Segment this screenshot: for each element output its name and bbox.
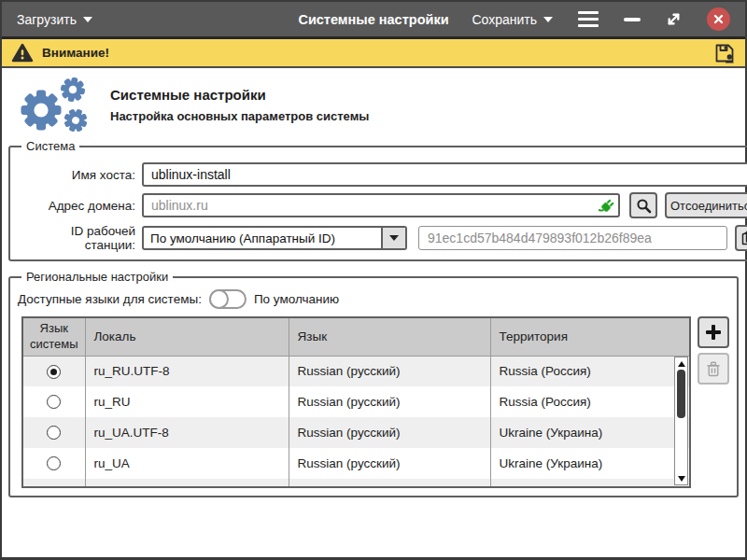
col-header-locale: Локаль [85, 318, 289, 356]
app-window: Загрузить Системные настройки Сохранить [0, 0, 747, 560]
page-title: Системные настройки [110, 87, 369, 103]
available-languages-label: Доступные языки для системы: [18, 292, 202, 306]
system-language-radio[interactable] [47, 426, 61, 440]
domain-search-button[interactable] [629, 192, 657, 218]
locale-row[interactable]: ru_UA Russian (русский) Ukraine (Украина… [23, 448, 689, 479]
locale-cell: ru_RU.UTF-8 [85, 356, 289, 386]
content-spacer [2, 506, 745, 557]
close-icon [713, 14, 724, 24]
gears-icon [13, 76, 95, 133]
locale-cell: ru_UA.UTF-8 [85, 417, 289, 448]
disconnect-button[interactable]: Отсоединиться [665, 192, 747, 218]
col-header-territory: Территория [490, 318, 689, 356]
system-language-radio[interactable] [47, 395, 61, 409]
chevron-down-icon [389, 235, 399, 241]
language-cell: Russian (русский) [289, 417, 490, 448]
save-menu-label: Сохранить [472, 12, 537, 27]
locale-row-partial [23, 479, 689, 488]
delete-locale-button[interactable] [698, 353, 729, 385]
chevron-down-icon [83, 17, 92, 22]
save-menu-button[interactable]: Сохранить [472, 12, 553, 27]
titlebar: Загрузить Системные настройки Сохранить [2, 2, 745, 39]
load-menu-label: Загрузить [17, 12, 77, 27]
hamburger-icon [578, 11, 599, 28]
domain-input[interactable] [142, 193, 620, 217]
search-icon [636, 198, 652, 214]
triangle-up-icon [678, 361, 685, 367]
regional-section-legend: Региональные настройки [21, 270, 173, 284]
locales-table: Язык системы Локаль Язык Территория ru_R… [23, 318, 689, 488]
locale-row[interactable]: ru_UA.UTF-8 Russian (русский) Ukraine (У… [23, 417, 689, 448]
col-header-system-language: Язык системы [23, 318, 85, 356]
scrollbar-thumb[interactable] [677, 370, 685, 418]
maximize-button[interactable] [666, 11, 682, 27]
table-header-row: Язык системы Локаль Язык Территория [23, 318, 689, 356]
territory-cell: Russia (Россия) [490, 356, 689, 386]
table-scrollbar[interactable] [674, 357, 688, 485]
domain-row: Адрес домена: [18, 192, 747, 218]
hostname-row: Имя хоста: [18, 162, 747, 187]
workstation-id-input[interactable] [418, 226, 727, 250]
scroll-up-button[interactable] [675, 357, 687, 370]
titlebar-controls: Сохранить [472, 7, 730, 31]
locale-row[interactable]: ru_RU.UTF-8 Russian (русский) Russia (Ро… [23, 356, 689, 386]
territory-cell: Ukraine (Украина) [490, 448, 689, 479]
table-side-buttons [698, 316, 729, 385]
available-languages-row: Доступные языки для системы: По умолчани… [18, 289, 729, 309]
copy-id-button[interactable] [735, 225, 747, 251]
toggle-state-label: По умолчанию [254, 292, 339, 306]
warning-triangle-icon [11, 43, 34, 63]
default-languages-toggle[interactable] [209, 289, 247, 309]
language-cell: Russian (русский) [289, 386, 490, 417]
locale-row[interactable]: ru_RU Russian (русский) Russia (Россия) [23, 386, 689, 417]
toggle-knob [209, 289, 229, 309]
save-floppy-icon [713, 42, 736, 64]
app-header: Системные настройки Настройка основных п… [2, 68, 745, 139]
save-changes-button[interactable] [713, 42, 736, 64]
locales-table-zone: Язык системы Локаль Язык Территория ru_R… [18, 316, 729, 488]
hamburger-menu-button[interactable] [578, 11, 599, 28]
select-arrow-button[interactable] [381, 228, 405, 248]
workstation-id-mode-select[interactable]: По умолчанию (Аппаратный ID) [142, 226, 407, 250]
system-section: Система Имя хоста: Адрес домена: [8, 139, 747, 261]
page-subtitle: Настройка основных параметров системы [110, 109, 369, 123]
domain-input-wrap [142, 193, 620, 217]
col-header-language: Язык [289, 318, 490, 356]
triangle-down-icon [678, 476, 685, 482]
scroll-down-button[interactable] [675, 472, 687, 484]
trash-icon [705, 360, 722, 378]
hostname-label: Имя хоста: [18, 168, 135, 182]
app-header-titles: Системные настройки Настройка основных п… [110, 87, 369, 123]
domain-label: Адрес домена: [18, 199, 135, 213]
chevron-down-icon [543, 17, 553, 22]
regional-section: Региональные настройки Доступные языки д… [8, 270, 739, 497]
minimize-icon [624, 18, 641, 21]
load-menu-button[interactable]: Загрузить [17, 12, 92, 27]
system-section-legend: Система [21, 139, 79, 153]
hostname-input[interactable] [142, 162, 747, 187]
locale-cell: ru_UA [85, 448, 289, 479]
locale-cell: ru_RU [85, 386, 289, 417]
system-language-radio[interactable] [47, 365, 61, 379]
language-cell: Russian (русский) [289, 448, 490, 479]
locales-table-wrap: Язык системы Локаль Язык Территория ru_R… [21, 316, 691, 488]
workstation-id-label: ID рабочей станции: [18, 224, 135, 252]
warning-label: Внимание! [42, 46, 109, 60]
copy-icon [740, 230, 747, 246]
workstation-id-row: ID рабочей станции: По умолчанию (Аппара… [18, 224, 747, 252]
minimize-button[interactable] [624, 18, 641, 21]
close-button[interactable] [707, 7, 730, 31]
system-language-radio[interactable] [47, 456, 61, 470]
language-cell: Russian (русский) [289, 356, 490, 386]
add-locale-button[interactable] [698, 316, 729, 348]
warning-bar: Внимание! [2, 39, 745, 68]
expand-icon [666, 11, 682, 27]
territory-cell: Russia (Россия) [490, 386, 689, 417]
workstation-id-mode-value: По умолчанию (Аппаратный ID) [144, 228, 381, 248]
territory-cell: Ukraine (Украина) [490, 417, 689, 448]
plus-icon [705, 324, 722, 341]
